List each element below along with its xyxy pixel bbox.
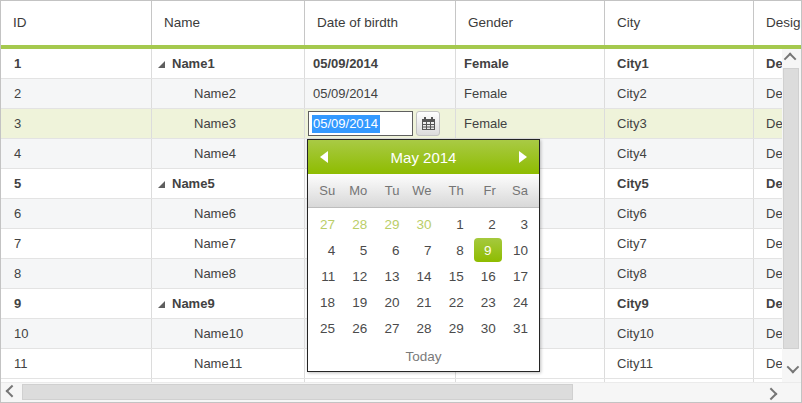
weekday-label: Su xyxy=(311,174,343,207)
calendar-day-20[interactable]: 20 xyxy=(375,289,407,315)
calendar-day-15[interactable]: 15 xyxy=(440,263,472,289)
calendar-day-10[interactable]: 10 xyxy=(504,237,536,263)
calendar-day-24[interactable]: 24 xyxy=(504,289,536,315)
calendar-day-2[interactable]: 2 xyxy=(472,211,504,237)
selected-text: 05/09/2014 xyxy=(312,115,380,133)
calendar-day-7[interactable]: 7 xyxy=(407,237,439,263)
name-label: Name10 xyxy=(194,326,243,341)
gender-cell: Female xyxy=(456,49,605,78)
city-cell: City5 xyxy=(605,169,754,198)
calendar-day-1[interactable]: 1 xyxy=(440,211,472,237)
column-header-city[interactable]: City xyxy=(605,1,754,45)
column-header-designation[interactable]: Designation xyxy=(754,1,801,45)
date-cell: 05/09/2014 xyxy=(305,49,456,78)
weekday-label: Sa xyxy=(504,174,536,207)
calendar-day-4[interactable]: 4 xyxy=(311,237,343,263)
id-cell: 5 xyxy=(1,169,152,198)
calendar-day-5[interactable]: 5 xyxy=(343,237,375,263)
chevron-right-icon xyxy=(764,388,777,401)
horizontal-scrollbar[interactable] xyxy=(1,382,801,402)
calendar-day-22[interactable]: 22 xyxy=(440,289,472,315)
weekday-label: Th xyxy=(440,174,472,207)
calendar-day-25[interactable]: 25 xyxy=(311,315,343,341)
id-cell: 9 xyxy=(1,289,152,318)
chevron-down-icon xyxy=(787,361,800,374)
calendar-day-13[interactable]: 13 xyxy=(375,263,407,289)
date-cell: 05/09/2014 xyxy=(305,79,456,108)
scroll-down-button[interactable] xyxy=(782,360,801,377)
calendar-day-23[interactable]: 23 xyxy=(472,289,504,315)
table-row-1[interactable]: 1Name105/09/2014FemaleCity1Developer xyxy=(1,49,801,79)
column-header-gender[interactable]: Gender xyxy=(456,1,605,45)
chevron-left-icon xyxy=(5,385,18,398)
calendar-button[interactable] xyxy=(416,111,440,136)
calendar-title[interactable]: May 2014 xyxy=(328,149,519,166)
id-cell: 3 xyxy=(1,109,152,138)
id-cell: 11 xyxy=(1,349,152,378)
calendar-day-28[interactable]: 28 xyxy=(343,211,375,237)
calendar-weekdays: SuMoTuWeThFrSa xyxy=(308,174,539,208)
name-label: Name11 xyxy=(194,356,242,371)
calendar-day-6[interactable]: 6 xyxy=(375,237,407,263)
calendar-footer: Today xyxy=(308,341,539,371)
date-editor-input[interactable]: 05/09/2014 xyxy=(308,111,413,136)
calendar-day-14[interactable]: 14 xyxy=(407,263,439,289)
name-cell: Name11 xyxy=(152,349,305,378)
calendar-today-link[interactable]: Today xyxy=(405,349,441,364)
scroll-up-button[interactable] xyxy=(782,49,801,66)
calendar-day-27[interactable]: 27 xyxy=(375,315,407,341)
calendar-day-21[interactable]: 21 xyxy=(407,289,439,315)
name-label: Name1 xyxy=(172,49,215,78)
calendar-day-31[interactable]: 31 xyxy=(504,315,536,341)
scroll-left-button[interactable] xyxy=(1,383,19,402)
table-row-2[interactable]: 2Name205/09/2014FemaleCity2Developer xyxy=(1,79,801,109)
next-month-button[interactable] xyxy=(519,151,527,163)
column-header-name[interactable]: Name xyxy=(152,1,305,45)
calendar-day-16[interactable]: 16 xyxy=(472,263,504,289)
calendar-day-29[interactable]: 29 xyxy=(375,211,407,237)
collapse-icon[interactable] xyxy=(158,301,165,308)
city-cell: City4 xyxy=(605,139,754,168)
vertical-scrollbar-thumb[interactable] xyxy=(783,68,799,349)
calendar-day-18[interactable]: 18 xyxy=(311,289,343,315)
scroll-right-button[interactable] xyxy=(763,383,781,402)
calendar-day-19[interactable]: 19 xyxy=(343,289,375,315)
grid-header: IDNameDate of birdthGenderCityDesignatio… xyxy=(1,1,801,49)
city-cell: City1 xyxy=(605,49,754,78)
collapse-icon[interactable] xyxy=(158,181,165,188)
weekday-label: Tu xyxy=(375,174,407,207)
calendar-day-17[interactable]: 17 xyxy=(504,263,536,289)
calendar-day-8[interactable]: 8 xyxy=(440,237,472,263)
calendar-day-9[interactable]: 9 xyxy=(472,237,504,263)
calendar-day-30[interactable]: 30 xyxy=(407,211,439,237)
city-cell: City2 xyxy=(605,79,754,108)
id-cell: 6 xyxy=(1,199,152,228)
city-cell: City8 xyxy=(605,259,754,288)
calendar-day-30[interactable]: 30 xyxy=(472,315,504,341)
collapse-icon[interactable] xyxy=(158,61,165,68)
weekday-label: Mo xyxy=(343,174,375,207)
calendar-day-11[interactable]: 11 xyxy=(311,263,343,289)
id-cell: 7 xyxy=(1,229,152,258)
calendar-day-28[interactable]: 28 xyxy=(407,315,439,341)
id-cell: 2 xyxy=(1,79,152,108)
previous-month-button[interactable] xyxy=(320,151,328,163)
calendar-day-29[interactable]: 29 xyxy=(440,315,472,341)
id-cell: 10 xyxy=(1,319,152,348)
selected-day: 9 xyxy=(474,238,502,262)
calendar-day-27[interactable]: 27 xyxy=(311,211,343,237)
name-cell: Name8 xyxy=(152,259,305,288)
id-cell: 1 xyxy=(1,49,152,78)
city-cell: City7 xyxy=(605,229,754,258)
date-picker-calendar: May 2014 SuMoTuWeThFrSa 2728293012345678… xyxy=(307,139,540,372)
vertical-scrollbar[interactable] xyxy=(782,49,801,383)
name-cell: Name2 xyxy=(152,79,305,108)
calendar-day-3[interactable]: 3 xyxy=(504,211,536,237)
column-header-id[interactable]: ID xyxy=(1,1,152,45)
table-row-3[interactable]: 3Name305/09/2014FemaleCity3Developer xyxy=(1,109,801,139)
name-cell: Name5 xyxy=(152,169,305,198)
calendar-day-26[interactable]: 26 xyxy=(343,315,375,341)
horizontal-scrollbar-thumb[interactable] xyxy=(22,384,573,400)
column-header-dob[interactable]: Date of birdth xyxy=(305,1,456,45)
calendar-day-12[interactable]: 12 xyxy=(343,263,375,289)
